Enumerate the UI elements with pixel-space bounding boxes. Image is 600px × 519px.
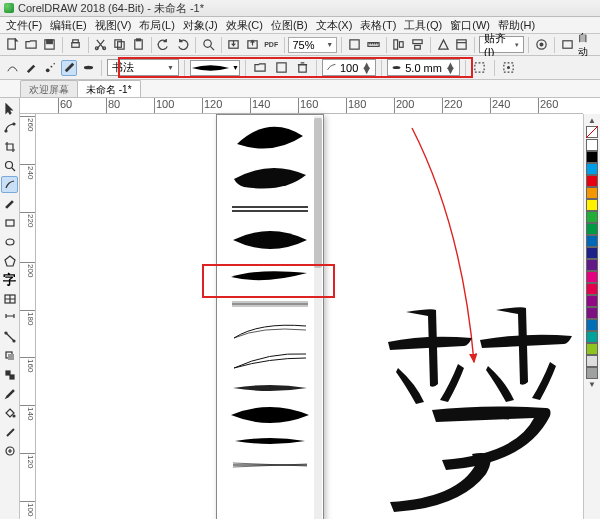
save-stroke-button[interactable] (272, 59, 290, 77)
crop-tool[interactable] (1, 138, 18, 155)
calligraphy-mode-icon[interactable] (61, 60, 77, 76)
align-button[interactable] (390, 36, 407, 54)
eyedropper-tool[interactable] (1, 385, 18, 402)
menu-text[interactable]: 文本(X) (312, 18, 357, 33)
brush-item[interactable] (220, 220, 320, 260)
menu-file[interactable]: 文件(F) (2, 18, 46, 33)
tab-welcome[interactable]: 欢迎屏幕 (20, 80, 78, 97)
table-tool[interactable] (1, 290, 18, 307)
menu-bitmap[interactable]: 位图(B) (267, 18, 312, 33)
options-button[interactable] (533, 36, 550, 54)
snap-dropdown[interactable]: 贴齐(I)▾ (479, 36, 524, 53)
shape-tool[interactable] (1, 119, 18, 136)
menu-tools[interactable]: 工具(Q) (400, 18, 446, 33)
brush-item[interactable] (220, 346, 320, 376)
color-swatch[interactable] (586, 307, 598, 319)
browse-button[interactable] (251, 59, 269, 77)
brush-item[interactable] (220, 260, 320, 292)
ellipse-tool[interactable] (1, 233, 18, 250)
brush-item[interactable] (220, 452, 320, 478)
preset-mode-icon[interactable] (4, 60, 20, 76)
auto-icon[interactable] (559, 36, 576, 54)
smoothing-spinner[interactable]: 100 ▲▼ (322, 59, 376, 76)
zoom-tool[interactable] (1, 157, 18, 174)
color-swatch[interactable] (586, 211, 598, 223)
zoom-combo[interactable]: 75%▼ (288, 37, 337, 53)
transparency-tool[interactable] (1, 366, 18, 383)
color-swatch[interactable] (586, 223, 598, 235)
menu-effect[interactable]: 效果(C) (222, 18, 267, 33)
delete-stroke-button[interactable] (293, 59, 311, 77)
color-swatch[interactable] (586, 175, 598, 187)
brush-panel-scrollbar[interactable] (314, 116, 322, 519)
welcome-button[interactable] (453, 36, 470, 54)
brush-stroke-panel[interactable] (216, 114, 324, 519)
artistic-media-tool[interactable] (1, 195, 18, 212)
brush-item[interactable] (220, 292, 320, 316)
swatch-none[interactable] (586, 126, 598, 138)
color-swatch[interactable] (586, 247, 598, 259)
brush-category-dropdown[interactable]: 书法▼ (107, 59, 179, 76)
color-swatch[interactable] (586, 235, 598, 247)
connector-tool[interactable] (1, 328, 18, 345)
menu-object[interactable]: 对象(J) (179, 18, 222, 33)
outline-tool[interactable] (1, 423, 18, 440)
rectangle-tool[interactable] (1, 214, 18, 231)
menu-view[interactable]: 视图(V) (91, 18, 136, 33)
menu-edit[interactable]: 编辑(E) (46, 18, 91, 33)
freehand-tool[interactable] (1, 176, 18, 193)
color-swatch[interactable] (586, 319, 598, 331)
cut-button[interactable] (93, 36, 110, 54)
spray-mode-icon[interactable] (42, 60, 58, 76)
bbox2-button[interactable] (500, 59, 518, 77)
color-swatch[interactable] (586, 343, 598, 355)
polygon-tool[interactable] (1, 252, 18, 269)
color-swatch[interactable] (586, 367, 598, 379)
canvas[interactable] (36, 114, 583, 519)
brush-mode-icon[interactable] (23, 60, 39, 76)
brush-item[interactable] (220, 400, 320, 430)
bbox-button[interactable] (471, 59, 489, 77)
menu-table[interactable]: 表格(T) (356, 18, 400, 33)
color-swatch[interactable] (586, 271, 598, 283)
dimension-tool[interactable] (1, 309, 18, 326)
search-button[interactable] (200, 36, 217, 54)
brush-item[interactable] (220, 198, 320, 220)
brush-item[interactable] (220, 316, 320, 346)
ruler-button[interactable] (365, 36, 382, 54)
print-button[interactable] (67, 36, 84, 54)
more-tools[interactable] (1, 442, 18, 459)
text-tool[interactable]: 字 (1, 271, 18, 288)
color-swatch[interactable] (586, 259, 598, 271)
color-swatch[interactable] (586, 331, 598, 343)
fullscreen-button[interactable] (346, 36, 363, 54)
paste-button[interactable] (130, 36, 147, 54)
export-button[interactable] (244, 36, 261, 54)
color-swatch[interactable] (586, 163, 598, 175)
color-swatch[interactable] (586, 283, 598, 295)
stroke-preview-dropdown[interactable]: ▼ (190, 60, 240, 76)
tab-document[interactable]: 未命名 -1* (77, 80, 141, 97)
color-swatch[interactable] (586, 355, 598, 367)
new-button[interactable] (4, 36, 21, 54)
import-button[interactable] (225, 36, 242, 54)
redo-button[interactable] (174, 36, 191, 54)
fill-tool[interactable] (1, 404, 18, 421)
open-button[interactable] (23, 36, 40, 54)
pressure-mode-icon[interactable] (80, 60, 96, 76)
pdf-button[interactable]: PDF (263, 36, 280, 54)
brush-item[interactable] (220, 430, 320, 452)
menu-layout[interactable]: 布局(L) (135, 18, 178, 33)
brush-item[interactable] (220, 158, 320, 198)
color-swatch[interactable] (586, 151, 598, 163)
dropshadow-tool[interactable] (1, 347, 18, 364)
copy-button[interactable] (111, 36, 128, 54)
color-swatch[interactable] (586, 295, 598, 307)
save-button[interactable] (41, 36, 58, 54)
brush-item[interactable] (220, 376, 320, 400)
align2-button[interactable] (409, 36, 426, 54)
undo-button[interactable] (156, 36, 173, 54)
brush-item[interactable] (220, 118, 320, 158)
color-swatch[interactable] (586, 187, 598, 199)
stroke-width-spinner[interactable]: 5.0 mm ▲▼ (387, 59, 460, 76)
